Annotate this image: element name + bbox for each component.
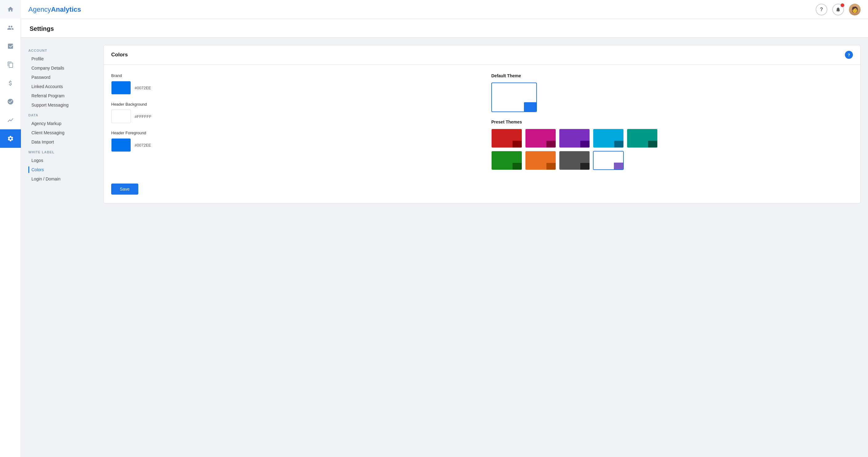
sidebar-icon-users[interactable]: [0, 19, 21, 37]
avatar[interactable]: 🧑: [849, 4, 861, 15]
preset-theme-orange[interactable]: [525, 151, 556, 170]
colors-card-footer: Save: [104, 178, 860, 203]
sidebar-icon-activity[interactable]: [0, 111, 21, 129]
colors-right: Default Theme Preset Themes: [491, 73, 853, 170]
icon-sidebar: [0, 0, 21, 457]
preset-theme-red[interactable]: [491, 129, 522, 148]
sidebar-icon-copy[interactable]: [0, 56, 21, 74]
colors-card-body: Brand #0072EE Header Background: [104, 65, 860, 178]
sidebar-section-white-label: WHITE LABEL: [28, 146, 96, 156]
colors-layout: Brand #0072EE Header Background: [111, 73, 853, 170]
sidebar-item-linked-accounts[interactable]: Linked Accounts: [28, 82, 96, 91]
header-bg-color-row: Header Background #FFFFFF: [111, 102, 473, 123]
colors-left: Brand #0072EE Header Background: [111, 73, 473, 170]
logo-agency: Agency: [28, 5, 51, 13]
header-bg-label: Header Background: [111, 102, 473, 106]
sidebar-item-referral-program[interactable]: Referral Program: [28, 91, 96, 100]
sidebar-item-password[interactable]: Password: [28, 73, 96, 82]
avatar-face: 🧑: [849, 4, 861, 15]
header-bg-input-row: #FFFFFF: [111, 110, 473, 123]
header-fg-hex[interactable]: #0072EE: [134, 143, 151, 148]
preset-theme-teal[interactable]: [627, 129, 658, 148]
page-title: Settings: [30, 25, 859, 32]
settings-main: Colors ? Brand: [103, 45, 861, 450]
sidebar-item-profile[interactable]: Profile: [28, 54, 96, 63]
preset-themes-title: Preset Themes: [491, 120, 853, 124]
header-fg-label: Header Foreground: [111, 131, 473, 135]
main-area: AgencyAnalytics ? 🧑 Settings A: [21, 0, 868, 457]
preset-theme-gray[interactable]: [559, 151, 590, 170]
logo: AgencyAnalytics: [28, 5, 81, 13]
default-theme-title: Default Theme: [491, 73, 853, 78]
default-theme-preview[interactable]: [491, 83, 537, 112]
preset-theme-pink[interactable]: [525, 129, 556, 148]
sidebar-item-colors[interactable]: Colors: [28, 165, 96, 174]
page-content: Settings ACCOUNT Profile Company Details…: [21, 19, 868, 457]
preset-theme-green[interactable]: [491, 151, 522, 170]
sidebar-icon-settings[interactable]: [0, 129, 21, 148]
brand-color-hex[interactable]: #0072EE: [134, 86, 151, 90]
header-fg-swatch[interactable]: [111, 138, 131, 152]
preset-themes-grid: [491, 129, 853, 170]
colors-card: Colors ? Brand: [103, 45, 861, 203]
notifications-button[interactable]: [832, 4, 844, 15]
help-button[interactable]: ?: [816, 4, 827, 15]
sidebar-item-login-domain[interactable]: Login / Domain: [28, 174, 96, 184]
sidebar-item-agency-markup[interactable]: Agency Markup: [28, 119, 96, 128]
sidebar-item-support-messaging[interactable]: Support Messaging: [28, 100, 96, 110]
sidebar-section-account: ACCOUNT: [28, 45, 96, 54]
sidebar-icon-chart[interactable]: [0, 37, 21, 56]
sidebar-item-data-import[interactable]: Data Import: [28, 137, 96, 146]
logo-analytics: Analytics: [51, 5, 81, 13]
header-actions: ? 🧑: [816, 4, 861, 15]
colors-card-header: Colors ?: [104, 45, 860, 65]
brand-color-input-row: #0072EE: [111, 81, 473, 95]
sidebar-section-data: DATA: [28, 110, 96, 119]
preset-theme-purple[interactable]: [559, 129, 590, 148]
sidebar-icon-home[interactable]: [0, 0, 21, 19]
sidebar-item-company-details[interactable]: Company Details: [28, 63, 96, 73]
header-fg-color-row: Header Foreground #0072EE: [111, 131, 473, 152]
preset-theme-cyan[interactable]: [593, 129, 624, 148]
save-button[interactable]: Save: [111, 184, 138, 195]
colors-card-title: Colors: [111, 52, 128, 58]
header-fg-input-row: #0072EE: [111, 138, 473, 152]
sidebar-item-client-messaging[interactable]: Client Messaging: [28, 128, 96, 137]
preset-theme-white[interactable]: [593, 151, 624, 170]
header-bg-hex[interactable]: #FFFFFF: [134, 114, 152, 119]
top-header: AgencyAnalytics ? 🧑: [21, 0, 868, 19]
sidebar-icon-billing[interactable]: [0, 74, 21, 92]
header-bg-swatch[interactable]: [111, 110, 131, 123]
settings-sidebar: ACCOUNT Profile Company Details Password…: [28, 45, 96, 450]
theme-preview-accent: [524, 102, 536, 111]
page-title-bar: Settings: [21, 19, 868, 38]
colors-help-icon[interactable]: ?: [845, 51, 853, 59]
sidebar-item-logos[interactable]: Logos: [28, 156, 96, 165]
settings-layout: ACCOUNT Profile Company Details Password…: [21, 38, 868, 457]
notification-badge: [841, 3, 844, 7]
brand-color-row: Brand #0072EE: [111, 73, 473, 95]
brand-color-label: Brand: [111, 73, 473, 78]
brand-color-swatch[interactable]: [111, 81, 131, 95]
sidebar-icon-integrations[interactable]: [0, 92, 21, 111]
